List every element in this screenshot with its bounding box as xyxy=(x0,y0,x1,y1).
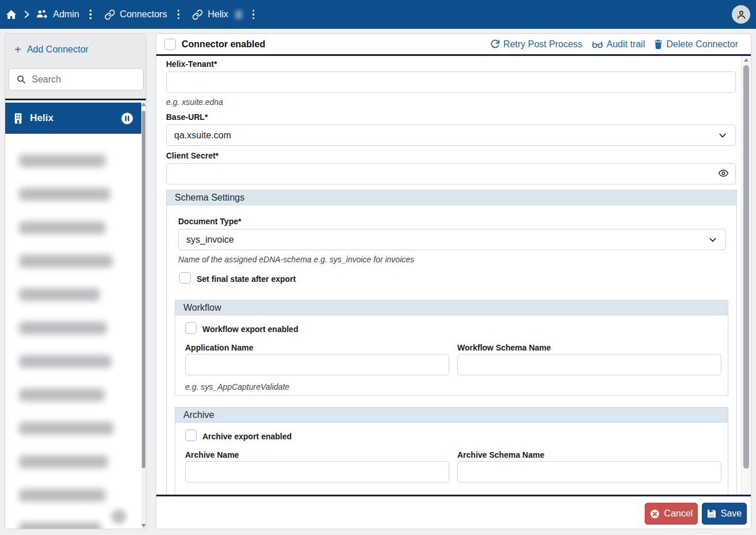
set-final-state-label: Set final state after export xyxy=(197,274,296,284)
sidebar-item-redacted[interactable] xyxy=(19,389,104,401)
sidebar-item-helix[interactable]: Helix xyxy=(5,103,142,134)
document-type-select[interactable]: sys_invoice xyxy=(178,229,726,250)
base-url-value: qa.xsuite.com xyxy=(174,130,231,141)
breadcrumb-separator xyxy=(22,10,31,19)
chevron-down-icon xyxy=(718,131,727,140)
redacted-text xyxy=(235,10,242,19)
search-icon xyxy=(16,74,26,84)
connectors-menu-button[interactable] xyxy=(173,7,185,22)
users-gear-icon xyxy=(36,9,48,20)
sidebar-item-redacted[interactable] xyxy=(19,288,100,301)
header-actions: Retry Post Process Audit trail Delete Co… xyxy=(490,39,738,50)
sidebar-blurred-list xyxy=(5,134,142,529)
sidebar-item-redacted[interactable] xyxy=(19,489,106,502)
search-input[interactable] xyxy=(32,74,130,85)
connector-sidebar: + Add Connector Helix xyxy=(5,33,146,529)
main-scroll-thumb[interactable] xyxy=(743,65,749,469)
delete-connector-button[interactable]: Delete Connector xyxy=(654,39,738,50)
archive-export-enabled-label: Archive export enabled xyxy=(202,432,292,441)
workflow-header: Workflow xyxy=(175,300,728,315)
save-label: Save xyxy=(721,508,742,519)
building-icon xyxy=(13,113,23,124)
sidebar-item-redacted[interactable] xyxy=(19,455,108,468)
breadcrumb-helix-label: Helix xyxy=(208,9,228,20)
archive-export-enabled-checkbox[interactable] xyxy=(185,429,197,441)
sidebar-item-redacted[interactable] xyxy=(19,355,111,368)
archive-schema-name-input[interactable] xyxy=(457,461,721,483)
save-button[interactable]: Save xyxy=(702,503,747,525)
schema-settings-title: Schema Settings xyxy=(175,193,245,203)
cancel-icon xyxy=(650,509,660,519)
user-avatar[interactable] xyxy=(732,5,750,24)
schema-settings-section: Schema Settings Document Type* sys_invoi… xyxy=(166,190,737,496)
breadcrumb-helix[interactable]: Helix xyxy=(192,9,242,20)
helix-tenant-hint: e.g. xsuite.edna xyxy=(166,97,223,107)
breadcrumb-admin[interactable]: Admin xyxy=(36,9,79,20)
archive-section: Archive Archive export enabled Archive N… xyxy=(175,407,728,495)
eye-icon[interactable] xyxy=(718,168,729,179)
redacted-icon xyxy=(111,509,126,524)
add-connector-button[interactable]: + Add Connector xyxy=(5,34,146,58)
cancel-label: Cancel xyxy=(664,508,693,519)
connector-detail-panel: Connector enabled Retry Post Process Aud… xyxy=(156,33,751,529)
save-icon xyxy=(707,509,716,518)
user-icon xyxy=(736,9,747,20)
application-name-label: Application Name xyxy=(185,343,253,352)
connector-header: Connector enabled Retry Post Process Aud… xyxy=(156,34,751,54)
form-footer: Cancel Save xyxy=(156,496,751,529)
breadcrumb-connectors[interactable]: Connectors xyxy=(104,9,167,20)
helix-tenant-label: Helix-Tenant* xyxy=(166,59,217,69)
archive-schema-name-label: Archive Schema Name xyxy=(457,450,544,459)
sidebar-item-redacted[interactable] xyxy=(19,155,106,167)
sidebar-scroll-thumb[interactable] xyxy=(142,111,145,468)
archive-name-label: Archive Name xyxy=(185,450,239,459)
chevron-right-icon xyxy=(22,10,31,19)
client-secret-input[interactable] xyxy=(166,163,736,184)
link-icon xyxy=(104,9,115,20)
home-button[interactable] xyxy=(6,9,17,20)
helix-tenant-input[interactable] xyxy=(166,71,736,93)
cancel-button[interactable]: Cancel xyxy=(645,503,698,525)
breadcrumb-admin-label: Admin xyxy=(53,9,79,20)
document-type-hint: Name of the assigned eDNA-schema e.g. sy… xyxy=(178,255,414,264)
client-secret-field xyxy=(166,163,736,184)
home-icon xyxy=(6,9,17,20)
plus-icon: + xyxy=(14,46,21,54)
archive-name-input[interactable] xyxy=(185,461,449,483)
sidebar-scrollbar[interactable] xyxy=(141,100,146,529)
sidebar-search xyxy=(9,68,144,91)
sidebar-item-redacted[interactable] xyxy=(19,522,101,529)
retry-post-process-label: Retry Post Process xyxy=(503,39,582,50)
scroll-up-arrow xyxy=(744,58,749,62)
trash-icon xyxy=(654,39,663,49)
workflow-schema-name-input[interactable] xyxy=(457,354,721,375)
base-url-select[interactable]: qa.xsuite.com xyxy=(166,125,736,146)
sidebar-item-redacted[interactable] xyxy=(19,422,114,435)
sidebar-item-redacted[interactable] xyxy=(19,221,106,234)
top-navigation-bar: Admin Connectors Helix xyxy=(0,0,756,29)
link-icon xyxy=(192,9,203,20)
application-name-input[interactable] xyxy=(185,354,449,375)
workflow-section: Workflow Workflow export enabled Applica… xyxy=(175,300,728,396)
client-secret-label: Client Secret* xyxy=(166,151,219,160)
glasses-icon xyxy=(592,39,603,49)
admin-menu-button[interactable] xyxy=(85,7,96,22)
set-final-state-checkbox[interactable] xyxy=(179,272,191,284)
document-type-label: Document Type* xyxy=(178,217,241,226)
sidebar-item-redacted[interactable] xyxy=(19,188,110,201)
connector-enabled-checkbox[interactable] xyxy=(164,39,176,50)
audit-trail-label: Audit trail xyxy=(607,39,645,50)
retry-post-process-button[interactable]: Retry Post Process xyxy=(490,39,582,50)
sidebar-item-redacted[interactable] xyxy=(19,322,107,334)
workflow-export-enabled-checkbox[interactable] xyxy=(185,322,197,334)
form-scroll-area: Helix-Tenant* e.g. xsuite.edna Base-URL*… xyxy=(156,56,742,496)
sidebar-item-redacted[interactable] xyxy=(19,255,112,268)
chevron-down-icon xyxy=(708,235,717,244)
workflow-schema-name-label: Workflow Schema Name xyxy=(457,343,551,352)
sidebar-item-helix-label: Helix xyxy=(30,112,54,124)
main-scrollbar[interactable] xyxy=(741,56,750,496)
scroll-down-arrow xyxy=(141,524,146,528)
audit-trail-button[interactable]: Audit trail xyxy=(592,39,645,50)
helix-menu-button[interactable] xyxy=(248,7,259,22)
pause-status-icon xyxy=(121,112,133,125)
